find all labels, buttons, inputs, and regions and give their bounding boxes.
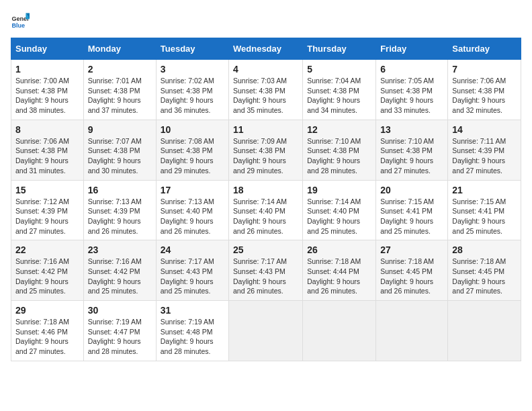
column-header-saturday: Saturday (448, 38, 521, 60)
day-info: Sunrise: 7:01 AMSunset: 4:38 PMDaylight:… (88, 77, 142, 114)
day-number: 14 (452, 124, 517, 135)
calendar-cell: 31 Sunrise: 7:19 AMSunset: 4:48 PMDaylig… (156, 301, 228, 361)
day-info: Sunrise: 7:15 AMSunset: 4:41 PMDaylight:… (452, 197, 506, 235)
day-info: Sunrise: 7:08 AMSunset: 4:38 PMDaylight:… (161, 137, 214, 175)
day-number: 21 (452, 185, 517, 195)
day-info: Sunrise: 7:03 AMSunset: 4:38 PMDaylight:… (233, 77, 287, 114)
calendar-table: SundayMondayTuesdayWednesdayThursdayFrid… (11, 38, 521, 361)
day-number: 29 (15, 305, 79, 316)
logo: General Blue (11, 11, 30, 30)
column-header-monday: Monday (83, 38, 156, 60)
day-number: 12 (307, 124, 371, 135)
day-number: 8 (15, 124, 79, 135)
day-number: 25 (233, 244, 298, 255)
column-header-wednesday: Wednesday (229, 38, 303, 60)
day-info: Sunrise: 7:11 AMSunset: 4:39 PMDaylight:… (452, 137, 506, 175)
day-info: Sunrise: 7:18 AMSunset: 4:46 PMDaylight:… (15, 318, 69, 355)
day-number: 28 (452, 244, 517, 255)
svg-text:Blue: Blue (11, 22, 25, 29)
calendar-cell (303, 301, 376, 361)
calendar-week-row: 1 Sunrise: 7:00 AMSunset: 4:38 PMDayligh… (11, 60, 521, 120)
day-number: 26 (307, 244, 371, 255)
day-number: 15 (15, 185, 79, 195)
calendar-cell: 10 Sunrise: 7:08 AMSunset: 4:38 PMDaylig… (156, 120, 228, 180)
day-number: 9 (88, 124, 152, 135)
calendar-header-row: SundayMondayTuesdayWednesdayThursdayFrid… (11, 38, 521, 60)
calendar-week-row: 22 Sunrise: 7:16 AMSunset: 4:42 PMDaylig… (11, 240, 521, 301)
calendar-cell: 8 Sunrise: 7:06 AMSunset: 4:38 PMDayligh… (11, 120, 84, 180)
calendar-cell: 4 Sunrise: 7:03 AMSunset: 4:38 PMDayligh… (229, 60, 303, 120)
day-number: 17 (161, 185, 224, 195)
calendar-cell: 26 Sunrise: 7:18 AMSunset: 4:44 PMDaylig… (303, 240, 376, 301)
day-number: 30 (88, 305, 152, 316)
calendar-cell: 12 Sunrise: 7:10 AMSunset: 4:38 PMDaylig… (303, 120, 376, 180)
day-info: Sunrise: 7:19 AMSunset: 4:47 PMDaylight:… (88, 318, 142, 355)
day-number: 13 (380, 124, 443, 135)
calendar-cell: 23 Sunrise: 7:16 AMSunset: 4:42 PMDaylig… (83, 240, 156, 301)
day-number: 16 (88, 185, 152, 195)
calendar-cell: 17 Sunrise: 7:13 AMSunset: 4:40 PMDaylig… (156, 180, 228, 240)
day-number: 3 (161, 64, 224, 75)
calendar-cell: 11 Sunrise: 7:09 AMSunset: 4:38 PMDaylig… (229, 120, 303, 180)
day-number: 22 (15, 244, 79, 255)
calendar-week-row: 15 Sunrise: 7:12 AMSunset: 4:39 PMDaylig… (11, 180, 521, 240)
day-info: Sunrise: 7:06 AMSunset: 4:38 PMDaylight:… (452, 77, 506, 114)
calendar-cell: 3 Sunrise: 7:02 AMSunset: 4:38 PMDayligh… (156, 60, 228, 120)
day-number: 4 (233, 64, 298, 75)
calendar-week-row: 8 Sunrise: 7:06 AMSunset: 4:38 PMDayligh… (11, 120, 521, 180)
day-info: Sunrise: 7:17 AMSunset: 4:43 PMDaylight:… (161, 257, 214, 295)
day-info: Sunrise: 7:16 AMSunset: 4:42 PMDaylight:… (88, 257, 142, 295)
day-number: 24 (161, 244, 224, 255)
calendar-cell: 21 Sunrise: 7:15 AMSunset: 4:41 PMDaylig… (448, 180, 521, 240)
day-number: 27 (380, 244, 443, 255)
day-info: Sunrise: 7:17 AMSunset: 4:43 PMDaylight:… (233, 257, 287, 295)
column-header-thursday: Thursday (303, 38, 376, 60)
day-number: 7 (452, 64, 517, 75)
calendar-cell: 27 Sunrise: 7:18 AMSunset: 4:45 PMDaylig… (376, 240, 448, 301)
calendar-cell: 9 Sunrise: 7:07 AMSunset: 4:38 PMDayligh… (83, 120, 156, 180)
logo-icon: General Blue (11, 11, 30, 30)
day-number: 23 (88, 244, 152, 255)
day-info: Sunrise: 7:14 AMSunset: 4:40 PMDaylight:… (233, 197, 287, 235)
day-number: 18 (233, 185, 298, 195)
day-number: 1 (15, 64, 79, 75)
calendar-cell: 6 Sunrise: 7:05 AMSunset: 4:38 PMDayligh… (376, 60, 448, 120)
calendar-cell: 28 Sunrise: 7:18 AMSunset: 4:45 PMDaylig… (448, 240, 521, 301)
calendar-cell (448, 301, 521, 361)
day-info: Sunrise: 7:02 AMSunset: 4:38 PMDaylight:… (161, 77, 214, 114)
calendar-cell: 13 Sunrise: 7:10 AMSunset: 4:38 PMDaylig… (376, 120, 448, 180)
day-info: Sunrise: 7:05 AMSunset: 4:38 PMDaylight:… (380, 77, 434, 114)
calendar-cell: 15 Sunrise: 7:12 AMSunset: 4:39 PMDaylig… (11, 180, 84, 240)
day-info: Sunrise: 7:13 AMSunset: 4:39 PMDaylight:… (88, 197, 142, 235)
calendar-cell: 19 Sunrise: 7:14 AMSunset: 4:40 PMDaylig… (303, 180, 376, 240)
calendar-cell: 1 Sunrise: 7:00 AMSunset: 4:38 PMDayligh… (11, 60, 84, 120)
day-number: 19 (307, 185, 371, 195)
day-info: Sunrise: 7:19 AMSunset: 4:48 PMDaylight:… (161, 318, 214, 355)
day-number: 2 (88, 64, 152, 75)
column-header-friday: Friday (376, 38, 448, 60)
day-number: 5 (307, 64, 371, 75)
calendar-cell: 30 Sunrise: 7:19 AMSunset: 4:47 PMDaylig… (83, 301, 156, 361)
calendar-cell: 16 Sunrise: 7:13 AMSunset: 4:39 PMDaylig… (83, 180, 156, 240)
day-info: Sunrise: 7:13 AMSunset: 4:40 PMDaylight:… (161, 197, 214, 235)
calendar-cell: 20 Sunrise: 7:15 AMSunset: 4:41 PMDaylig… (376, 180, 448, 240)
day-info: Sunrise: 7:18 AMSunset: 4:44 PMDaylight:… (307, 257, 361, 295)
day-number: 10 (161, 124, 224, 135)
day-number: 20 (380, 185, 443, 195)
column-header-sunday: Sunday (11, 38, 84, 60)
day-info: Sunrise: 7:10 AMSunset: 4:38 PMDaylight:… (307, 137, 361, 175)
calendar-cell (229, 301, 303, 361)
calendar-cell: 22 Sunrise: 7:16 AMSunset: 4:42 PMDaylig… (11, 240, 84, 301)
day-info: Sunrise: 7:18 AMSunset: 4:45 PMDaylight:… (380, 257, 434, 295)
day-number: 31 (161, 305, 224, 316)
calendar-cell: 24 Sunrise: 7:17 AMSunset: 4:43 PMDaylig… (156, 240, 228, 301)
day-info: Sunrise: 7:16 AMSunset: 4:42 PMDaylight:… (15, 257, 69, 295)
day-number: 6 (380, 64, 443, 75)
day-info: Sunrise: 7:00 AMSunset: 4:38 PMDaylight:… (15, 77, 69, 114)
day-info: Sunrise: 7:10 AMSunset: 4:38 PMDaylight:… (380, 137, 434, 175)
column-header-tuesday: Tuesday (156, 38, 228, 60)
day-info: Sunrise: 7:12 AMSunset: 4:39 PMDaylight:… (15, 197, 69, 235)
day-info: Sunrise: 7:18 AMSunset: 4:45 PMDaylight:… (452, 257, 506, 295)
day-info: Sunrise: 7:09 AMSunset: 4:38 PMDaylight:… (233, 137, 287, 175)
calendar-cell (376, 301, 448, 361)
